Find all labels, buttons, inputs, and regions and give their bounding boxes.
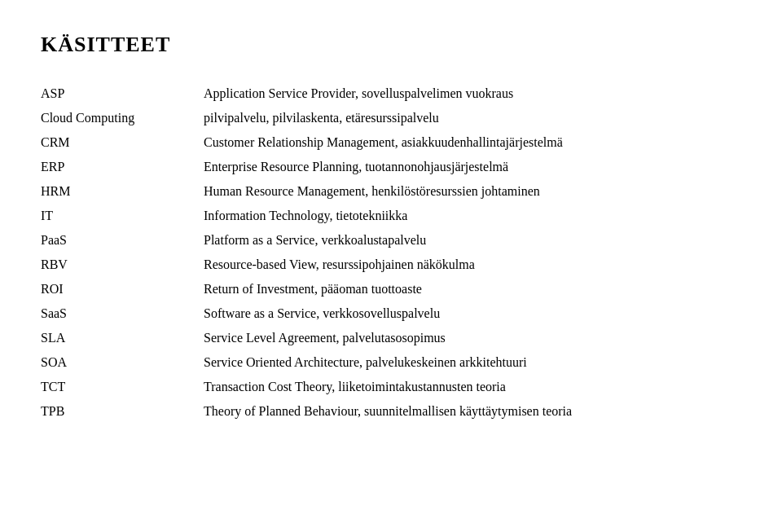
glossary-row: TPBTheory of Planned Behaviour, suunnite… bbox=[41, 399, 741, 424]
glossary-abbr: HRM bbox=[41, 179, 204, 204]
glossary-definition: Transaction Cost Theory, liiketoimintaku… bbox=[204, 375, 741, 399]
glossary-definition: pilvipalvelu, pilvilaskenta, etäresurssi… bbox=[204, 106, 741, 130]
glossary-row: TCTTransaction Cost Theory, liiketoimint… bbox=[41, 375, 741, 399]
glossary-row: HRMHuman Resource Management, henkilöstö… bbox=[41, 179, 741, 204]
glossary-abbr: SLA bbox=[41, 326, 204, 350]
glossary-abbr: PaaS bbox=[41, 228, 204, 253]
page-title: KÄSITTEET bbox=[41, 33, 741, 57]
glossary-definition: Return of Investment, pääoman tuottoaste bbox=[204, 277, 741, 301]
glossary-row: ROIReturn of Investment, pääoman tuottoa… bbox=[41, 277, 741, 301]
glossary-row: RBVResource-based View, resurssipohjaine… bbox=[41, 253, 741, 277]
glossary-row: PaaSPlatform as a Service, verkkoalustap… bbox=[41, 228, 741, 253]
glossary-row: ITInformation Technology, tietotekniikka bbox=[41, 204, 741, 228]
glossary-definition: Application Service Provider, sovelluspa… bbox=[204, 81, 741, 106]
glossary-abbr: IT bbox=[41, 204, 204, 228]
glossary-abbr: SOA bbox=[41, 350, 204, 375]
glossary-abbr: ERP bbox=[41, 155, 204, 179]
glossary-abbr: Cloud Computing bbox=[41, 106, 204, 130]
glossary-row: ASPApplication Service Provider, sovellu… bbox=[41, 81, 741, 106]
glossary-definition: Human Resource Management, henkilöstöres… bbox=[204, 179, 741, 204]
glossary-abbr: ASP bbox=[41, 81, 204, 106]
glossary-definition: Customer Relationship Management, asiakk… bbox=[204, 130, 741, 155]
glossary-abbr: ROI bbox=[41, 277, 204, 301]
glossary-row: SaaSSoftware as a Service, verkkosovellu… bbox=[41, 301, 741, 326]
glossary-definition: Theory of Planned Behaviour, suunnitelma… bbox=[204, 399, 741, 424]
glossary-abbr: TCT bbox=[41, 375, 204, 399]
glossary-table: ASPApplication Service Provider, sovellu… bbox=[41, 81, 741, 424]
glossary-row: CRMCustomer Relationship Management, asi… bbox=[41, 130, 741, 155]
glossary-abbr: SaaS bbox=[41, 301, 204, 326]
glossary-definition: Resource-based View, resurssipohjainen n… bbox=[204, 253, 741, 277]
glossary-abbr: TPB bbox=[41, 399, 204, 424]
glossary-definition: Service Oriented Architecture, palveluke… bbox=[204, 350, 741, 375]
glossary-definition: Information Technology, tietotekniikka bbox=[204, 204, 741, 228]
glossary-row: SLAService Level Agreement, palvelutasos… bbox=[41, 326, 741, 350]
glossary-definition: Software as a Service, verkkosovelluspal… bbox=[204, 301, 741, 326]
glossary-definition: Enterprise Resource Planning, tuotannono… bbox=[204, 155, 741, 179]
glossary-abbr: RBV bbox=[41, 253, 204, 277]
glossary-row: Cloud Computingpilvipalvelu, pilvilasken… bbox=[41, 106, 741, 130]
glossary-definition: Service Level Agreement, palvelutasosopi… bbox=[204, 326, 741, 350]
glossary-definition: Platform as a Service, verkkoalustapalve… bbox=[204, 228, 741, 253]
glossary-abbr: CRM bbox=[41, 130, 204, 155]
glossary-row: SOAService Oriented Architecture, palvel… bbox=[41, 350, 741, 375]
glossary-row: ERPEnterprise Resource Planning, tuotann… bbox=[41, 155, 741, 179]
